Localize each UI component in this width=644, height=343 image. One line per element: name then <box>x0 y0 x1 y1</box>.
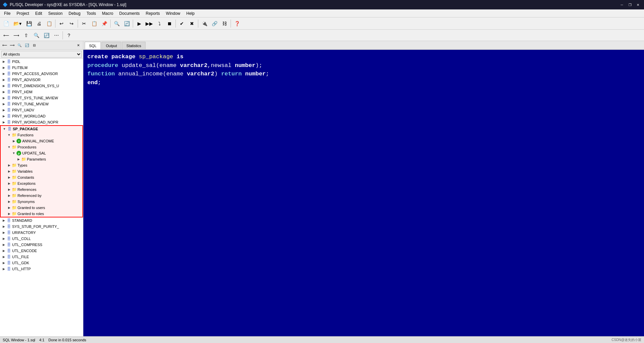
tree-item-utl-encode[interactable]: ▶ 🗄 UTL_ENCODE <box>0 248 83 254</box>
expand-variables[interactable]: ▶ <box>7 169 11 174</box>
expand-utl-gdk[interactable]: ▶ <box>1 261 6 265</box>
tree-item-utl-http[interactable]: ▶ 🗄 UTL_HTTP <box>0 266 83 272</box>
expand-types[interactable]: ▶ <box>7 163 11 168</box>
tree-item-prvt-sys-tune[interactable]: ▶ 🗄 PRVT_SYS_TUNE_MVIEW <box>0 95 83 101</box>
menu-macro[interactable]: Macro <box>99 10 116 17</box>
tree-item-standard[interactable]: ▶ 🗄 STANDARD <box>0 217 83 224</box>
expand-parameters[interactable]: ▶ <box>16 157 21 162</box>
tree-item-plitblm[interactable]: ▶ 🗄 PLITBLM <box>0 65 83 71</box>
sidebar-collapse[interactable]: ⊟ <box>31 42 38 49</box>
menu-tools[interactable]: Tools <box>84 10 98 17</box>
new-button[interactable]: 📄 <box>1 19 11 28</box>
print-button[interactable]: 🖨 <box>34 19 44 28</box>
code-editor[interactable]: create package sp_package is procedure u… <box>83 50 644 336</box>
expand-prvt-advisor[interactable]: ▶ <box>1 77 6 82</box>
session-button[interactable]: 🔌 <box>200 19 209 28</box>
expand-pidl[interactable]: ▶ <box>1 59 6 64</box>
menu-session[interactable]: Session <box>45 10 65 17</box>
tree-item-granted-roles[interactable]: ▶ 📁 Granted to roles <box>1 211 82 217</box>
sidebar-close[interactable]: ✕ <box>75 42 82 49</box>
tree-item-sp-package[interactable]: ▼ 🗄 SP_PACKAGE <box>1 126 82 132</box>
tree-item-references[interactable]: ▶ 📁 References <box>1 186 82 193</box>
copy-button[interactable]: 📋 <box>89 19 99 28</box>
expand-procedures[interactable]: ▼ <box>7 145 11 149</box>
expand-annual-income[interactable]: ▶ <box>11 139 16 143</box>
save-button[interactable]: 💾 <box>24 19 34 28</box>
tree-item-procedures[interactable]: ▼ 📁 Procedures <box>1 144 82 150</box>
tree-item-prvt-workload-nopr[interactable]: ▶ 🗄 PRVT_WORKLOAD_NOPR <box>0 119 83 125</box>
expand-prvt-workload[interactable]: ▶ <box>1 114 6 118</box>
commit-button[interactable]: ✔ <box>177 19 187 28</box>
expand-prvt-hdm[interactable]: ▶ <box>1 90 6 94</box>
expand-granted-users[interactable]: ▶ <box>7 205 11 210</box>
tree-item-variables[interactable]: ▶ 📁 Variables <box>1 168 82 174</box>
find-button[interactable]: 🔍 <box>112 19 121 28</box>
duplicate-button[interactable]: 📋 <box>44 19 54 28</box>
expand-synonyms[interactable]: ▶ <box>7 199 11 204</box>
nav-fwd-button[interactable]: ⟶ <box>11 31 21 40</box>
run-script-button[interactable]: ▶▶ <box>145 19 154 28</box>
tree-item-prvt-workload[interactable]: ▶ 🗄 PRVT_WORKLOAD <box>0 113 83 119</box>
tree-item-update-sal[interactable]: ▼ p UPDATE_SAL <box>1 150 82 156</box>
expand-exceptions[interactable]: ▶ <box>7 181 11 186</box>
expand-sp-package[interactable]: ▼ <box>2 127 7 131</box>
connect-button[interactable]: 🔗 <box>210 19 219 28</box>
find-object-button[interactable]: 🔍 <box>32 31 41 40</box>
expand-prvt-dim[interactable]: ▶ <box>1 83 6 88</box>
tree-item-utl-coll[interactable]: ▶ 🗄 UTL_COLL <box>0 236 83 242</box>
tree-item-prvt-access[interactable]: ▶ 🗄 PRVT_ACCESS_ADVISOR <box>0 71 83 77</box>
tree-item-types[interactable]: ▶ 📁 Types <box>1 162 82 168</box>
expand-constants[interactable]: ▶ <box>7 175 11 180</box>
disconnect-button[interactable]: ⛓ <box>220 19 229 28</box>
expand-utl-encode[interactable]: ▶ <box>1 248 6 253</box>
tree-item-utl-file[interactable]: ▶ 🗄 UTL_FILE <box>0 254 83 260</box>
tree-item-pidl[interactable]: ▶ 🗄 PIDL <box>0 59 83 65</box>
expand-prvt-sys-tune[interactable]: ▶ <box>1 96 6 100</box>
nav-back-button[interactable]: ⟵ <box>1 31 11 40</box>
expand-prvt-access[interactable]: ▶ <box>1 71 6 76</box>
redo-button[interactable]: ↪ <box>67 19 76 28</box>
tree-item-annual-income[interactable]: ▶ f ANNUAL_INCOME <box>1 138 82 144</box>
tree-item-parameters[interactable]: ▶ 📁 Parameters <box>1 156 82 162</box>
question-button[interactable]: ? <box>64 31 74 40</box>
tree-item-synonyms[interactable]: ▶ 📁 Synonyms <box>1 199 82 205</box>
expand-granted-roles[interactable]: ▶ <box>7 211 11 216</box>
sidebar-nav-fwd[interactable]: ⟶ <box>9 42 15 49</box>
tree-item-prvt-advisor[interactable]: ▶ 🗄 PRVT_ADVISOR <box>0 77 83 83</box>
open-dropdown[interactable]: 📂▾ <box>11 19 24 28</box>
rollback-button[interactable]: ✖ <box>187 19 197 28</box>
expand-prvt-workload-nopr[interactable]: ▶ <box>1 120 6 125</box>
tab-output[interactable]: Output <box>102 42 121 49</box>
expand-update-sal[interactable]: ▼ <box>11 151 16 156</box>
tree-item-utl-gdk[interactable]: ▶ 🗄 UTL_GDK <box>0 260 83 266</box>
menu-documents[interactable]: Documents <box>117 10 143 17</box>
more-button[interactable]: ⋯ <box>52 31 61 40</box>
expand-utl-coll[interactable]: ▶ <box>1 236 6 241</box>
expand-sys-stub[interactable]: ▶ <box>1 224 6 229</box>
tree-item-functions[interactable]: ▼ 📁 Functions <box>1 132 82 138</box>
menu-debug[interactable]: Debug <box>66 10 83 17</box>
menu-project[interactable]: Project <box>14 10 32 17</box>
expand-urifactory[interactable]: ▶ <box>1 230 6 235</box>
expand-plitblm[interactable]: ▶ <box>1 65 6 70</box>
find-replace-button[interactable]: 🔄 <box>122 19 131 28</box>
step-into-button[interactable]: ⤵ <box>155 19 164 28</box>
menu-edit[interactable]: Edit <box>33 10 45 17</box>
tree-item-prvt-dim[interactable]: ▶ 🗄 PRVT_DIMENSION_SYS_U <box>0 83 83 89</box>
undo-button[interactable]: ↩ <box>57 19 66 28</box>
nav-up-button[interactable]: ⇧ <box>22 31 31 40</box>
expand-prvt-tune[interactable]: ▶ <box>1 102 6 106</box>
stop-button[interactable]: ⏹ <box>165 19 174 28</box>
tree-item-referenced-by[interactable]: ▶ 📁 Referenced by <box>1 193 82 199</box>
object-filter-select[interactable]: All objects <box>1 51 82 58</box>
tab-sql[interactable]: SQL <box>85 42 101 49</box>
close-button[interactable]: ✕ <box>635 2 641 8</box>
minimize-button[interactable]: ─ <box>618 2 625 8</box>
expand-prvt-uadv[interactable]: ▶ <box>1 108 6 112</box>
expand-functions[interactable]: ▼ <box>7 133 11 137</box>
window-controls[interactable]: ─ ❐ ✕ <box>618 2 641 8</box>
restore-button[interactable]: ❐ <box>627 2 633 8</box>
expand-referenced-by[interactable]: ▶ <box>7 193 11 198</box>
tree-item-prvt-hdm[interactable]: ▶ 🗄 PRVT_HDM <box>0 89 83 95</box>
expand-utl-file[interactable]: ▶ <box>1 254 6 259</box>
